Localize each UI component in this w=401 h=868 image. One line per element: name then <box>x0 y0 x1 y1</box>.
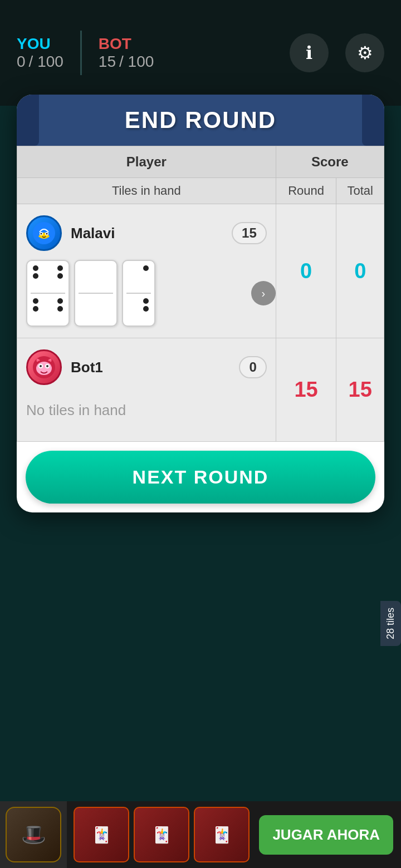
malavi-name: Malavi <box>71 225 115 242</box>
settings-button[interactable]: ⚙ <box>345 33 384 72</box>
bot1-player-cell: Bot1 0 No tiles in hand <box>17 338 276 442</box>
score-divider <box>80 31 82 75</box>
malavi-tiles: › <box>26 260 267 327</box>
bot-score-number: 15 <box>99 53 116 71</box>
bot-max-score: / 100 <box>119 53 154 71</box>
info-icon: ℹ <box>306 42 312 63</box>
bot-label: BOT <box>99 35 131 53</box>
bot-score-block: BOT 15 / 100 <box>99 35 154 71</box>
svg-point-3 <box>41 233 42 235</box>
score-table: Player Score Tiles in hand Round Total <box>17 146 384 442</box>
player-header: Player <box>17 146 276 178</box>
ad-card-3: 🃏 <box>194 807 250 862</box>
total-header: Total <box>336 178 384 204</box>
info-button[interactable]: ℹ <box>290 33 329 72</box>
tiles-next-button[interactable]: › <box>251 281 276 305</box>
bot1-name: Bot1 <box>71 359 103 376</box>
next-round-button[interactable]: NEXT ROUND <box>26 451 375 504</box>
side-tab: 28 tiles <box>380 601 401 646</box>
ad-card-1: 🃏 <box>74 807 129 862</box>
domino-tile-1 <box>26 260 70 327</box>
malavi-player-cell: Malavi 15 <box>17 204 276 338</box>
you-score-block: YOU 0 / 100 <box>17 35 63 71</box>
domino-tile-3 <box>122 260 155 327</box>
you-label: YOU <box>17 35 51 53</box>
svg-point-9 <box>40 365 42 367</box>
domino-tile-2 <box>74 260 118 327</box>
bot1-round-score: 15 <box>276 338 336 442</box>
modal-banner: END ROUND <box>17 95 384 146</box>
bot1-total-score: 15 <box>336 338 384 442</box>
malavi-tile-count: 15 <box>232 222 267 244</box>
ad-logo: 🎩 <box>6 807 61 862</box>
you-max-score: / 100 <box>29 53 63 71</box>
bot1-info: Bot1 0 <box>26 349 267 385</box>
ad-banner: 🎩 🃏 🃏 🃏 JUGAR AHORA <box>0 801 401 868</box>
top-bar: YOU 0 / 100 BOT 15 / 100 ℹ ⚙ <box>0 0 401 106</box>
svg-point-4 <box>46 233 48 235</box>
malavi-info: Malavi 15 <box>26 215 267 251</box>
malavi-avatar <box>26 215 62 251</box>
malavi-total-score: 0 <box>336 204 384 338</box>
svg-point-10 <box>46 365 48 367</box>
bot1-tile-count: 0 <box>239 356 266 378</box>
bot1-avatar <box>26 349 62 385</box>
malavi-round-score: 0 <box>276 204 336 338</box>
you-score-value: 0 / 100 <box>17 53 63 71</box>
ad-game-icon: 🎩 <box>0 801 67 868</box>
modal-title: END ROUND <box>33 107 368 134</box>
bot-score-value: 15 / 100 <box>99 53 154 71</box>
you-score-number: 0 <box>17 53 26 71</box>
ad-cards: 🃏 🃏 🃏 <box>67 807 259 862</box>
end-round-modal: END ROUND Player Score Tiles in hand Rou… <box>17 95 384 512</box>
player-row-malavi: Malavi 15 <box>17 204 384 338</box>
ad-card-2: 🃏 <box>134 807 189 862</box>
score-header: Score <box>276 146 384 178</box>
settings-icon: ⚙ <box>357 42 373 63</box>
player-row-bot1: Bot1 0 No tiles in hand 15 15 <box>17 338 384 442</box>
no-tiles-text: No tiles in hand <box>26 402 267 419</box>
ad-cta-button[interactable]: JUGAR AHORA <box>259 815 393 855</box>
tiles-in-hand-header: Tiles in hand <box>17 178 276 204</box>
round-header: Round <box>276 178 336 204</box>
